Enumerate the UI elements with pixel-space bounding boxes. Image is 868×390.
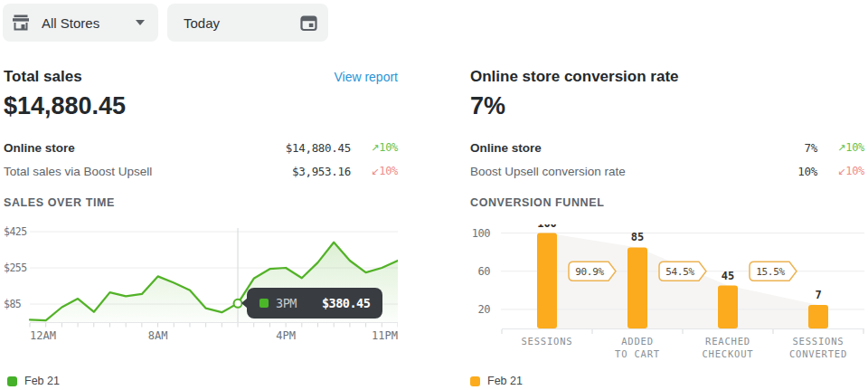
funnel-bar[interactable]	[627, 247, 647, 328]
y-axis-label: 60	[478, 265, 491, 278]
bar-value-label: 100	[537, 224, 557, 230]
total-sales-breakdown: Online store $14,880.45 ↗10% Total sales…	[4, 136, 398, 183]
bar-value-label: 7	[815, 289, 821, 301]
x-axis-label: 12AM	[30, 329, 56, 342]
conversion-rate-label: 15.5%	[756, 266, 785, 278]
y-axis-label: $255	[4, 262, 27, 274]
legend-label: Feb 21	[487, 375, 523, 387]
conversion-rate-label: 90.9%	[575, 266, 604, 278]
x-axis-label: 11PM	[372, 329, 398, 342]
conversion-breakdown: Online store 7% ↗10% Boost Upsell conver…	[470, 136, 864, 183]
y-axis-label: $85	[4, 298, 21, 310]
funnel-bar[interactable]	[808, 305, 828, 328]
metric-delta: ↙10%	[351, 165, 398, 177]
metric-label: Online store	[4, 141, 75, 155]
x-axis-label: 8AM	[148, 329, 168, 342]
sales-over-time-chart[interactable]: 3PM $380.45 $425$255$8512AM8AM4PM11PM	[4, 224, 398, 371]
date-selector-label: Today	[184, 15, 220, 31]
chevron-down-icon	[136, 20, 145, 25]
total-sales-title: Total sales	[4, 68, 82, 86]
date-selector[interactable]: Today	[167, 4, 328, 42]
total-sales-panel: Total sales View report $14,880.45 Onlin…	[4, 63, 398, 389]
tooltip-series-swatch	[259, 299, 269, 308]
sales-over-time-heading: SALES OVER TIME	[4, 196, 115, 209]
view-report-link[interactable]: View report	[334, 70, 398, 84]
legend-swatch	[7, 376, 17, 386]
metric-value: 7%	[805, 141, 817, 155]
store-selector[interactable]: All Stores	[3, 4, 158, 42]
store-icon	[12, 14, 30, 31]
metric-row: Boost Upsell conversion rate 10% ↙10%	[470, 159, 864, 183]
metric-label: Total sales via Boost Upsell	[4, 165, 152, 178]
calendar-icon	[300, 14, 317, 32]
bar-value-label: 45	[722, 270, 734, 282]
metric-delta: ↗10%	[351, 141, 398, 154]
conversion-rate-panel: Online store conversion rate 7% Online s…	[470, 63, 864, 389]
total-sales-value: $14,880.45	[4, 92, 126, 120]
metric-label: Online store	[470, 141, 542, 155]
conversion-rate-label: 54.5%	[665, 266, 694, 278]
y-axis-label: 20	[478, 303, 491, 316]
y-axis-label: 100	[472, 227, 490, 240]
y-axis-label: $425	[4, 225, 27, 238]
trend-down-icon: ↙	[837, 166, 845, 177]
category-label: CONVERTED	[789, 348, 847, 359]
conversion-funnel-heading: CONVERSION FUNNEL	[470, 196, 604, 209]
category-label: ADDED	[621, 336, 654, 347]
conversion-funnel-chart[interactable]: 10060201008545790.9%54.5%15.5%SESSIONSAD…	[470, 224, 864, 371]
bar-value-label: 85	[631, 231, 644, 243]
topbar: All Stores Today	[0, 0, 868, 51]
sales-legend: Feb 21	[4, 375, 60, 387]
metric-row: Total sales via Boost Upsell $3,953.16 ↙…	[4, 159, 398, 183]
category-label: SESSIONS	[793, 336, 844, 347]
category-label: CHECKOUT	[703, 348, 754, 359]
category-label: TO CART	[615, 348, 660, 359]
tooltip-value: $380.45	[322, 296, 370, 310]
legend-swatch	[470, 376, 480, 386]
x-axis-label: 4PM	[276, 329, 296, 342]
chart-tooltip: 3PM $380.45	[247, 288, 382, 319]
conversion-rate-title: Online store conversion rate	[470, 68, 679, 86]
analytics-dashboard: All Stores Today Total sales View report…	[0, 0, 868, 390]
trend-up-icon: ↗	[371, 142, 379, 154]
funnel-bar[interactable]	[537, 233, 557, 328]
metric-delta: ↗10%	[817, 141, 864, 154]
metric-value: $14,880.45	[286, 141, 351, 155]
conversion-rate-value: 7%	[470, 92, 505, 120]
trend-down-icon: ↙	[371, 166, 379, 177]
metric-delta: ↙10%	[817, 165, 864, 177]
legend-label: Feb 21	[24, 375, 60, 387]
category-label: REACHED	[705, 336, 750, 347]
metric-label: Boost Upsell conversion rate	[470, 165, 626, 178]
category-label: SESSIONS	[522, 336, 573, 347]
funnel-bar[interactable]	[718, 286, 738, 328]
store-selector-label: All Stores	[42, 15, 99, 31]
metric-row: Online store $14,880.45 ↗10%	[4, 136, 398, 159]
funnel-svg: 10060201008545790.9%54.5%15.5%SESSIONSAD…	[470, 224, 864, 369]
funnel-legend: Feb 21	[470, 375, 523, 387]
trend-up-icon: ↗	[837, 142, 845, 154]
tooltip-time: 3PM	[276, 296, 297, 310]
metric-value: $3,953.16	[292, 165, 351, 178]
metric-value: 10%	[797, 165, 817, 178]
metric-row: Online store 7% ↗10%	[470, 136, 864, 159]
